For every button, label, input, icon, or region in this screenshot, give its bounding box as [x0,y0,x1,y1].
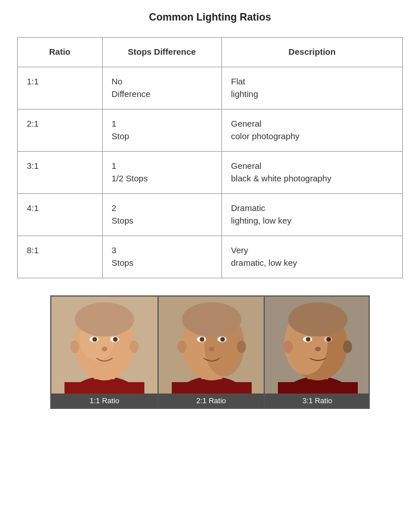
cell-stops-4: 3 Stops [102,236,221,278]
table-row: 3:11 1/2 StopsGeneral black & white phot… [18,151,403,193]
cell-ratio-3: 4:1 [18,193,103,236]
cell-stops-1: 1 Stop [102,109,221,151]
photo-image-2-1 [159,297,265,394]
svg-point-40 [343,340,352,353]
cell-description-0: Flat lighting [221,67,402,109]
col-header-description: Description [221,38,402,67]
svg-rect-2 [64,382,144,394]
cell-ratio-2: 3:1 [18,151,103,193]
table-row: 8:13 StopsVery dramatic, low key [18,236,403,278]
cell-stops-0: No Difference [102,67,221,109]
svg-point-41 [288,302,348,336]
col-header-ratio: Ratio [18,38,103,67]
photo-examples: 1:1 Ratio [50,295,370,409]
cell-stops-2: 1 1/2 Stops [102,151,221,193]
page-title: Common Lighting Ratios [17,11,403,23]
col-header-stops: Stops Difference [102,38,221,67]
svg-point-22 [200,337,204,342]
svg-point-13 [75,302,134,336]
photo-label-3-1: 3:1 Ratio [265,394,370,408]
svg-point-37 [326,337,331,342]
table-row: 1:1No DifferenceFlat lighting [18,67,403,109]
photo-image-1-1 [51,297,158,394]
svg-point-23 [220,337,225,342]
svg-point-8 [92,337,97,342]
svg-point-9 [113,337,118,342]
svg-point-25 [177,340,187,353]
svg-rect-16 [172,382,252,394]
cell-description-3: Dramatic lighting, low key [221,193,402,236]
photo-item-2-1: 2:1 Ratio [158,297,264,408]
svg-point-27 [182,302,241,336]
svg-point-38 [315,347,321,351]
photo-label-1-1: 1:1 Ratio [51,394,158,408]
photo-label-2-1: 2:1 Ratio [159,394,264,408]
table-row: 4:12 StopsDramatic lighting, low key [18,193,403,236]
cell-ratio-4: 8:1 [18,236,103,278]
svg-rect-30 [278,382,358,394]
cell-description-2: General black & white photography [221,151,402,193]
table-row: 2:11 StopGeneral color photography [18,109,403,151]
svg-point-26 [237,340,246,353]
cell-ratio-1: 2:1 [18,109,103,151]
svg-point-12 [130,340,139,353]
photo-strip: 1:1 Ratio [50,295,370,409]
photo-item-1-1: 1:1 Ratio [51,297,158,408]
svg-point-11 [70,340,79,353]
svg-point-36 [306,337,310,342]
cell-ratio-0: 1:1 [18,67,103,109]
svg-point-39 [284,340,293,353]
lighting-ratios-table: Ratio Stops Difference Description 1:1No… [17,37,403,278]
cell-stops-3: 2 Stops [102,193,221,236]
cell-description-4: Very dramatic, low key [221,236,402,278]
photo-image-3-1 [265,297,370,394]
cell-description-1: General color photography [221,109,402,151]
svg-point-10 [102,347,107,351]
svg-point-24 [209,347,215,351]
photo-item-3-1: 3:1 Ratio [264,297,370,408]
